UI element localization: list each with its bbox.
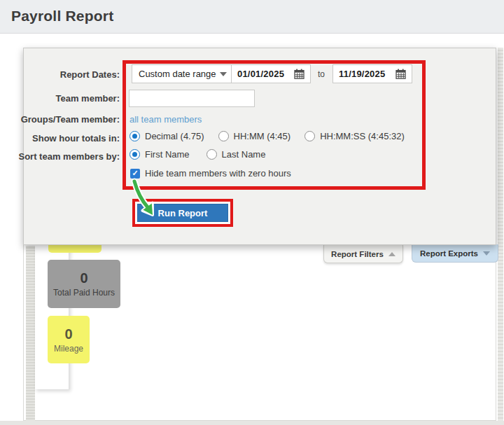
horizontal-scrollbar[interactable] [0,421,504,425]
chevron-down-icon [483,251,490,256]
radio-button-icon[interactable] [304,131,315,141]
tab-report-exports[interactable]: Report Exports [412,244,498,263]
radio-hhmm[interactable]: HH:MM (4:45) [218,131,291,141]
mileage-label: Mileage [54,344,83,354]
mileage-value: 0 [64,326,72,342]
radio-decimal[interactable]: Decimal (4.75) [130,131,204,141]
radio-button-icon[interactable] [130,149,140,160]
date-range-selected-value: Custom date range [139,69,216,79]
summary-box-total-paid-hours: 0 Total Paid Hours [48,260,120,308]
radio-last-name[interactable]: Last Name [206,149,266,160]
inner-scrollbar[interactable] [26,246,35,421]
tab-report-filters[interactable]: Report Filters [323,245,403,263]
calendar-icon[interactable] [396,69,406,79]
vertical-scrollbar[interactable] [498,48,503,421]
report-filters-panel: Report Dates: Team member: Groups/Team m… [23,48,496,245]
end-date-input[interactable]: 11/19/2025 [332,64,412,83]
start-date-value: 01/01/2025 [237,69,284,79]
start-date-input[interactable]: 01/01/2025 [231,64,311,83]
report-filters-label: Report Filters [331,250,384,258]
total-paid-hours-label: Total Paid Hours [53,288,115,298]
summary-box-mileage: 0 Mileage [48,316,90,363]
checkbox-checked-icon[interactable]: ✓ [130,169,140,179]
all-team-members-link[interactable]: all team members [130,114,202,125]
report-exports-label: Report Exports [420,249,478,258]
date-range-to-label: to [318,69,325,79]
annotation-button-highlight: Run Report [132,199,233,227]
team-member-input[interactable] [129,90,255,107]
date-range-dropdown[interactable]: Custom date range [132,64,234,83]
radio-button-icon[interactable] [130,131,140,141]
radio-button-icon[interactable] [218,131,229,141]
radio-first-name[interactable]: First Name [130,149,190,160]
calendar-icon[interactable] [294,69,304,79]
radio-hhmmss[interactable]: HH:MM:SS (4:45:32) [304,131,405,141]
hide-zero-hours-option[interactable]: ✓ Hide team members with zero hours [130,168,291,179]
team-member-label: Team member: [55,93,120,104]
total-paid-hours-value: 0 [80,270,88,286]
payroll-report-page: Payroll Report 0 Total Paid Hours 0 Mile… [0,0,504,425]
hour-totals-radio-group: Decimal (4.75) HH:MM (4:45) HH:MM:SS (4:… [130,131,405,141]
chevron-down-icon [220,72,227,76]
groups-team-member-label: Groups/Team member: [21,114,120,125]
hide-zero-hours-label: Hide team members with zero hours [145,168,291,179]
page-title: Payroll Report [11,8,113,25]
page-header: Payroll Report [0,0,504,34]
sort-team-members-label: Sort team members by: [19,151,120,162]
sort-by-radio-group: First Name Last Name [130,149,265,160]
report-dates-label: Report Dates: [60,69,120,81]
run-report-button[interactable]: Run Report [137,204,228,222]
end-date-value: 11/19/2025 [339,69,385,79]
show-hour-totals-label: Show hour totals in: [32,133,120,144]
radio-button-icon[interactable] [206,149,217,160]
chevron-up-icon [388,252,396,256]
